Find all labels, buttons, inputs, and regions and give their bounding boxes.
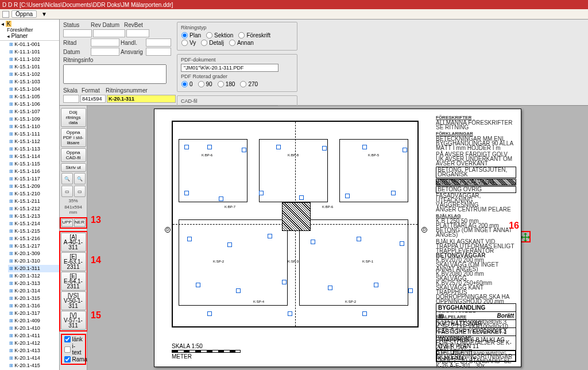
component-marker[interactable] [288,311,292,316]
component-marker[interactable] [328,286,332,290]
tree-item[interactable]: K-20.1-315 [8,295,59,302]
radio-sektion[interactable]: Sektion [206,32,233,39]
tree-item[interactable]: K-15.1-103 [8,78,59,86]
ref-drawing-button[interactable]: [E]E-64.1-2311 [61,272,86,291]
ref-drawing-button[interactable]: [VS]V-50-1-311 [61,291,86,310]
tree-item[interactable]: K-20.1-409 [8,317,59,325]
chk-lank[interactable]: länk [63,336,84,343]
component-marker[interactable] [268,234,272,238]
tree-item[interactable]: K-15.1-107 [8,108,59,115]
component-marker[interactable] [242,148,246,152]
component-marker[interactable] [227,242,232,247]
move-icon[interactable] [521,233,530,242]
component-marker[interactable] [219,196,223,201]
component-marker[interactable] [311,240,315,244]
tree-item[interactable]: K-15.1-105 [8,93,59,101]
zoom-in-button[interactable]: 🔍 [61,173,73,184]
radio-vy[interactable]: Vy [181,39,196,47]
component-marker[interactable] [184,191,189,195]
tree-item[interactable]: K-20.1-410 [8,325,59,332]
component-marker[interactable] [236,288,241,293]
revdatum-field[interactable] [93,29,125,37]
tree-item[interactable]: K-15.1-110 [8,123,59,130]
radio-plan[interactable]: Plan [181,32,201,39]
open-cad-button[interactable]: Öppna CAD-fil [61,148,86,162]
tree-item[interactable]: K-15.1-112 [8,138,59,145]
tree-item[interactable]: K-15.1-102 [8,71,59,78]
component-marker[interactable] [400,241,404,246]
component-marker[interactable] [374,283,378,287]
tree-item[interactable]: K-20.1-311 [8,265,59,272]
tree-item[interactable]: K-15.1-214 [8,220,59,228]
component-marker[interactable] [408,288,413,293]
tree-node-planer[interactable]: ◂ Planer [1,33,58,39]
tree-item[interactable]: K-20.1-412 [8,340,59,347]
component-marker[interactable] [196,283,200,287]
ref-drawing-button[interactable]: [V]V-57-1-311 [61,311,86,330]
tree-item[interactable]: K-20.1-310 [8,257,59,265]
open-button[interactable]: Öppna [11,10,37,18]
pdf-path[interactable]: "JM01"\K\K-20.1-311.PDF [181,64,278,72]
tree-node-foreskrifter[interactable]: Föreskrifter [1,27,58,33]
tree-item[interactable]: K-15.1-109 [8,115,59,123]
component-marker[interactable] [276,145,281,149]
tree-item[interactable]: K-15.1-217 [8,242,59,250]
component-marker[interactable] [207,145,212,149]
tree-item[interactable]: K-20.1-317 [8,310,59,317]
component-marker[interactable] [362,311,367,316]
tree-item[interactable]: K-01.1-001 [8,41,59,48]
tree-item[interactable]: K-20.1-312 [8,272,59,280]
chk-ramar[interactable]: Ramar [63,356,84,363]
ner-button[interactable]: NER [74,219,86,227]
ritnr-field[interactable] [107,95,176,103]
drawing-viewport[interactable]: 16 [87,106,588,370]
radio-annan[interactable]: Annan [229,39,254,47]
radio-detalj[interactable]: Detalj [200,39,224,47]
page-button-2[interactable]: ▭ [74,186,86,197]
tree-item[interactable]: K-15.1-113 [8,145,59,153]
tree-root[interactable]: ◂ K Föreskrifter ◂ Planer [0,20,59,41]
tree-item[interactable]: K-15.1-114 [8,153,59,160]
tree-item[interactable]: K-15.1-215 [8,228,59,235]
component-marker[interactable] [184,145,189,149]
tree-item[interactable]: K-15.1-115 [8,160,59,168]
component-marker[interactable] [187,237,192,241]
status-field[interactable] [63,29,92,37]
tree-item[interactable]: K-15.1-216 [8,235,59,242]
tree-item[interactable]: K-20.1-415 [8,362,59,369]
ansvarig-field[interactable] [146,48,171,56]
component-marker[interactable] [299,195,304,200]
recent-dropdown[interactable]: ▼ [41,11,47,17]
radio-foreskrift[interactable]: Föreskrift [238,32,270,39]
skala-field[interactable] [63,95,79,103]
tree-item[interactable]: K-20.1-314 [8,287,59,295]
tree-item[interactable]: K-11.1-101 [8,48,59,56]
tree-item[interactable]: K-15.1-211 [8,198,59,205]
component-marker[interactable] [345,194,350,198]
tree-items[interactable]: K-01.1-001K-11.1-101K-11.1-102K-15.1-101… [0,41,59,370]
tree-item[interactable]: K-15.1-209 [8,183,59,190]
open-pdf-button[interactable]: Öppna PDF i std-läsare [61,128,86,147]
page-button-1[interactable]: ▭ [61,186,73,197]
tree-item[interactable]: K-15.1-104 [8,86,59,93]
tree-item[interactable]: K-20.1-316 [8,302,59,310]
tree-item[interactable]: K-11.1-102 [8,56,59,63]
chk-itext[interactable]: i-text [63,343,84,356]
rot-0[interactable]: 0 [181,80,193,88]
rot-90[interactable]: 90 [198,80,212,88]
ref-drawing-button[interactable]: [E]E-63.1-2311 [61,252,86,271]
component-marker[interactable] [207,311,212,316]
component-marker[interactable] [259,191,264,195]
component-marker[interactable] [357,237,361,241]
tree-item[interactable]: K-20.1-414 [8,354,59,362]
tree-item[interactable]: K-15.1-210 [8,190,59,198]
ref-drawing-button[interactable]: [A]A-40-1-311 [61,233,86,252]
tree-item[interactable]: K-20.1-411 [8,332,59,340]
tree-item[interactable]: K-15.1-212 [8,205,59,213]
tree-item[interactable]: K-20.1-309 [8,250,59,257]
tree-item[interactable]: K-15.1-101 [8,63,59,71]
zoom-out-button[interactable]: 🔍 [74,173,86,184]
upp-button[interactable]: UPP [61,219,73,227]
component-marker[interactable] [362,145,367,149]
ritad-field[interactable] [91,38,119,47]
